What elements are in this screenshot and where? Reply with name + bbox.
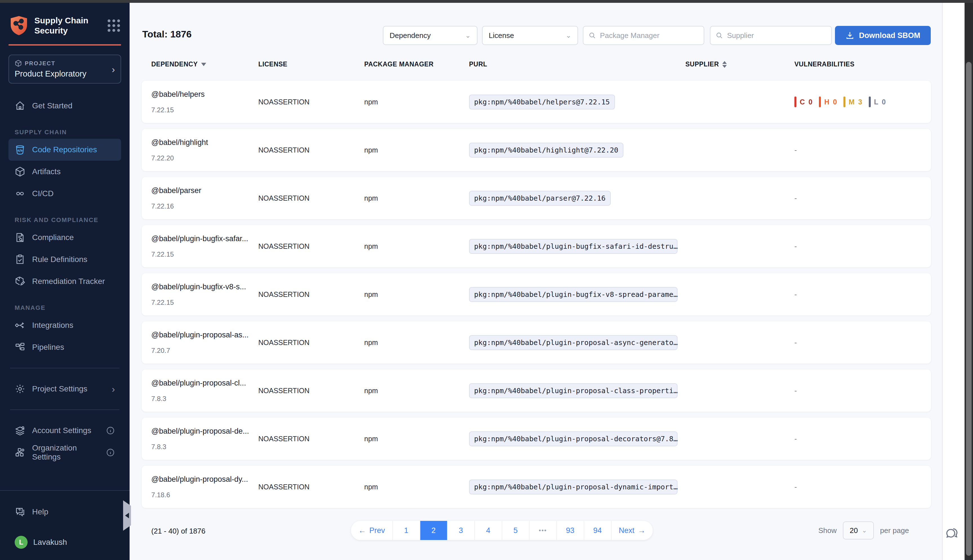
prev-page-button[interactable]: ←Prev xyxy=(351,521,393,540)
sidebar-item-label: CI/CD xyxy=(32,189,53,198)
user-menu[interactable]: L Lavakush xyxy=(8,536,121,549)
table-row[interactable]: @babel/parser 7.22.16 NOASSERTION npm pk… xyxy=(142,177,931,219)
purl-chip[interactable]: pkg:npm/%40babel/helpers@7.22.15 xyxy=(469,95,615,110)
sidebar-item-label: Compliance xyxy=(32,233,74,242)
sidebar-item-code-repositories[interactable]: Code Repositories xyxy=(8,139,121,161)
sidebar-item-label: Rule Definitions xyxy=(32,255,87,264)
download-sbom-button[interactable]: Download SBOM xyxy=(835,26,931,45)
brand: Supply Chain Security xyxy=(8,15,121,36)
sidebar-item-label: Get Started xyxy=(32,101,72,110)
pagination-range: (21 - 40) of 1876 xyxy=(151,527,206,535)
sidebar-item-label: Project Settings xyxy=(32,384,87,393)
sidebar-item-label: Organization Settings xyxy=(32,443,99,462)
dependency-version: 7.8.3 xyxy=(151,395,258,403)
severity-L: L 0 xyxy=(869,97,887,107)
sidebar-item-compliance[interactable]: Compliance xyxy=(8,227,121,248)
vulnerabilities-cell: - xyxy=(794,483,921,491)
purl-chip[interactable]: pkg:npm/%40babel/highlight@7.22.20 xyxy=(469,143,624,158)
purl-chip[interactable]: pkg:npm/%40babel/plugin-bugfix-v8-spread… xyxy=(469,287,677,302)
package-manager-value: npm xyxy=(364,435,469,443)
purl-chip[interactable]: pkg:npm/%40babel/plugin-proposal-class-p… xyxy=(469,383,677,398)
table-row[interactable]: @babel/highlight 7.22.20 NOASSERTION npm… xyxy=(142,129,931,171)
sidebar-item-get-started[interactable]: Get Started xyxy=(8,95,121,117)
sidebar-item-account-settings[interactable]: Account Settings xyxy=(8,420,121,442)
arrow-right-icon: → xyxy=(638,526,645,535)
empty-value: - xyxy=(794,146,797,154)
next-page-button[interactable]: Next→ xyxy=(612,521,653,540)
page-button-3[interactable]: 3 xyxy=(448,521,475,540)
dependency-version: 7.20.7 xyxy=(151,347,258,355)
table-row[interactable]: @babel/plugin-bugfix-safar... 7.22.15 NO… xyxy=(142,225,931,267)
app-switcher-icon[interactable] xyxy=(108,19,120,32)
dependency-table: @babel/helpers 7.22.15 NOASSERTION npm p… xyxy=(142,81,931,514)
column-header-purl: PURL xyxy=(469,60,685,68)
page-button-93[interactable]: 93 xyxy=(557,521,584,540)
pipeline-icon xyxy=(15,342,25,353)
sidebar-section-supply-chain: SUPPLY CHAIN xyxy=(15,128,121,136)
package-manager-value: npm xyxy=(364,242,469,250)
sidebar-item-artifacts[interactable]: Artifacts xyxy=(8,161,121,183)
dependency-name: @babel/helpers xyxy=(151,90,258,99)
sidebar-item-remediation-tracker[interactable]: Remediation Tracker xyxy=(8,270,121,292)
app-logo-shield-icon xyxy=(10,15,28,36)
page-button-2[interactable]: 2 xyxy=(420,521,448,540)
table-row[interactable]: @babel/helpers 7.22.15 NOASSERTION npm p… xyxy=(142,81,931,123)
table-row[interactable]: @babel/plugin-proposal-cl... 7.8.3 NOASS… xyxy=(142,370,931,412)
vulnerabilities-cell: - xyxy=(794,387,921,395)
package-manager-search-input[interactable] xyxy=(600,31,699,40)
license-value: NOASSERTION xyxy=(258,242,364,250)
sidebar-item-pipelines[interactable]: Pipelines xyxy=(8,336,121,358)
chat-support-icon[interactable] xyxy=(944,526,960,541)
window-scrollbar[interactable] xyxy=(965,3,973,560)
purl-chip[interactable]: pkg:npm/%40babel/parser@7.22.16 xyxy=(469,191,611,206)
page-button-5[interactable]: 5 xyxy=(502,521,530,540)
page-size-select[interactable]: 20 ⌄ xyxy=(843,522,874,540)
dependency-version: 7.8.3 xyxy=(151,443,258,451)
table-row[interactable]: @babel/plugin-proposal-de... 7.8.3 NOASS… xyxy=(142,418,931,460)
table-row[interactable]: @babel/plugin-proposal-as... 7.20.7 NOAS… xyxy=(142,322,931,363)
dependency-name: @babel/plugin-bugfix-v8-s... xyxy=(151,283,258,291)
package-manager-value: npm xyxy=(364,290,469,298)
sidebar-item-integrations[interactable]: Integrations xyxy=(8,314,121,336)
dependency-filter-select[interactable]: Dependency ⌄ xyxy=(383,26,478,45)
sidebar-item-organization-settings[interactable]: Organization Settings xyxy=(8,442,121,463)
page-button-94[interactable]: 94 xyxy=(584,521,612,540)
supplier-search-input[interactable] xyxy=(727,31,826,40)
infinity-icon xyxy=(15,188,25,199)
purl-chip[interactable]: pkg:npm/%40babel/plugin-bugfix-safari-id… xyxy=(469,239,677,254)
project-selector[interactable]: PROJECT Product Exploratory › xyxy=(8,55,121,83)
column-header-dependency[interactable]: DEPENDENCY xyxy=(151,60,258,68)
info-icon[interactable] xyxy=(106,426,115,435)
sidebar-item-project-settings[interactable]: Project Settings › xyxy=(8,378,121,400)
dependency-name: @babel/plugin-proposal-de... xyxy=(151,427,258,436)
sidebar-item-help[interactable]: Help xyxy=(8,501,121,523)
page-button-1[interactable]: 1 xyxy=(393,521,420,540)
show-label: Show xyxy=(818,526,837,535)
gear-icon xyxy=(15,383,25,394)
vulnerabilities-cell: - xyxy=(794,146,921,155)
license-filter-select[interactable]: License ⌄ xyxy=(482,26,578,45)
package-manager-value: npm xyxy=(364,146,469,154)
table-row[interactable]: @babel/plugin-proposal-dy... 7.18.6 NOAS… xyxy=(142,466,931,508)
empty-value: - xyxy=(794,242,797,250)
purl-chip[interactable]: pkg:npm/%40babel/plugin-proposal-decorat… xyxy=(469,432,677,446)
scrollbar-thumb[interactable] xyxy=(966,62,971,556)
sidebar-item-rule-definitions[interactable]: Rule Definitions xyxy=(8,248,121,270)
sidebar-item-cicd[interactable]: CI/CD xyxy=(8,183,121,205)
column-header-supplier[interactable]: SUPPLIER xyxy=(685,60,794,68)
table-row[interactable]: @babel/plugin-bugfix-v8-s... 7.22.15 NOA… xyxy=(142,273,931,315)
purl-chip[interactable]: pkg:npm/%40babel/plugin-proposal-dynamic… xyxy=(469,480,677,495)
sidebar-section-manage: MANAGE xyxy=(15,304,121,312)
license-value: NOASSERTION xyxy=(258,98,364,106)
column-header-license: LICENSE xyxy=(258,60,364,68)
page-button-4[interactable]: 4 xyxy=(475,521,502,540)
package-manager-search xyxy=(583,26,704,45)
table-header: DEPENDENCY LICENSE PACKAGE MANAGER PURL … xyxy=(151,60,921,68)
empty-value: - xyxy=(794,387,797,395)
total-count: Total: 1876 xyxy=(142,29,192,40)
purl-chip[interactable]: pkg:npm/%40babel/plugin-proposal-async-g… xyxy=(469,335,677,350)
severity-H: H 0 xyxy=(819,97,838,107)
info-icon[interactable] xyxy=(106,448,115,457)
sort-both-icon xyxy=(722,61,727,68)
dependency-version: 7.22.15 xyxy=(151,250,258,258)
